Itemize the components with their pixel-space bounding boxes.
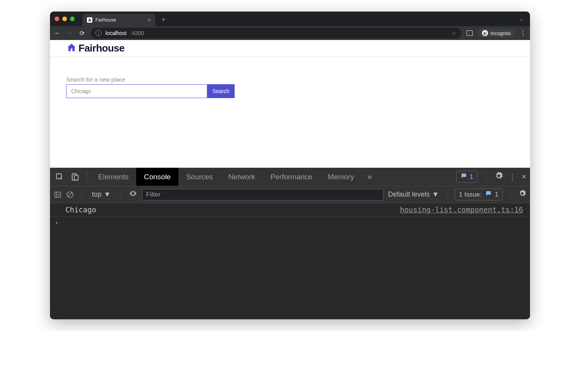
reload-button[interactable]: ⟳ bbox=[78, 30, 85, 37]
console-filter-input[interactable]: Filter bbox=[142, 189, 383, 200]
log-source-link[interactable]: housing-list.component.ts:16 bbox=[400, 205, 523, 214]
url-port: :4200 bbox=[130, 30, 144, 36]
page-viewport: Fairhouse Search for a new place Search bbox=[50, 40, 530, 168]
tab-title: Fairhouse bbox=[95, 17, 116, 23]
page-body: Search for a new place Search bbox=[50, 57, 530, 98]
execution-context-select[interactable]: top ▼ bbox=[90, 190, 113, 199]
tab-close-icon[interactable]: × bbox=[148, 17, 151, 23]
chevron-down-icon: ▼ bbox=[104, 190, 111, 199]
devtools-tabbar: Elements Console Sources Network Perform… bbox=[50, 168, 530, 186]
site-info-icon[interactable]: i bbox=[95, 30, 102, 36]
issues-count: 1 bbox=[495, 191, 498, 199]
issues-badge-count: 1 bbox=[470, 173, 473, 181]
browser-window: A Fairhouse × + ⌄ ← → ⟳ i localhost:4200… bbox=[50, 12, 530, 319]
browser-menu-icon[interactable]: ⋮ bbox=[520, 30, 526, 37]
more-tabs-icon[interactable]: » bbox=[362, 172, 377, 182]
log-levels-select[interactable]: Default levels ▼ bbox=[388, 190, 439, 199]
url-host: localhost bbox=[105, 30, 127, 36]
search-button[interactable]: Search bbox=[207, 84, 235, 98]
svg-rect-2 bbox=[74, 175, 78, 180]
console-log-row[interactable]: Chicago housing-list.component.ts:16 bbox=[50, 203, 530, 217]
tab-console[interactable]: Console bbox=[136, 168, 178, 186]
inspect-element-icon[interactable] bbox=[55, 173, 64, 181]
issues-label: 1 Issue: bbox=[459, 191, 482, 199]
tab-network[interactable]: Network bbox=[221, 168, 263, 186]
url-input[interactable]: i localhost:4200 ☆ bbox=[91, 28, 461, 38]
issues-counter[interactable]: 1 Issue: 1 bbox=[455, 188, 503, 200]
filter-placeholder: Filter bbox=[146, 191, 161, 199]
chat-icon bbox=[485, 190, 492, 199]
titlebar: A Fairhouse × + ⌄ bbox=[50, 12, 530, 26]
maximize-window-button[interactable] bbox=[70, 17, 75, 21]
tab-favicon: A bbox=[87, 17, 92, 23]
new-tab-button[interactable]: + bbox=[162, 16, 166, 24]
log-message: Chicago bbox=[65, 205, 400, 214]
chevron-down-icon: ▼ bbox=[432, 190, 439, 199]
svg-rect-3 bbox=[55, 192, 61, 197]
clear-console-icon[interactable] bbox=[66, 191, 74, 199]
tab-performance[interactable]: Performance bbox=[263, 168, 320, 186]
chat-icon bbox=[460, 172, 467, 181]
bookmark-icon[interactable]: ☆ bbox=[452, 30, 457, 36]
incognito-badge[interactable]: ◐ Incognito bbox=[478, 29, 515, 37]
devtools-settings-icon[interactable] bbox=[495, 172, 503, 182]
devtools-close-icon[interactable]: × bbox=[522, 172, 526, 181]
incognito-icon: ◐ bbox=[482, 30, 488, 36]
devtools-menu-icon[interactable]: ⋮ bbox=[508, 172, 516, 182]
tab-elements[interactable]: Elements bbox=[90, 168, 136, 186]
search-form: Search bbox=[66, 84, 530, 98]
minimize-window-button[interactable] bbox=[62, 17, 67, 21]
house-icon bbox=[66, 42, 77, 55]
search-label: Search for a new place bbox=[66, 76, 530, 83]
search-input[interactable] bbox=[66, 84, 207, 98]
browser-tab[interactable]: A Fairhouse × bbox=[82, 14, 155, 26]
incognito-label: Incognito bbox=[490, 30, 511, 36]
issues-badge[interactable]: 1 bbox=[456, 171, 477, 183]
forward-button: → bbox=[66, 30, 73, 37]
prompt-caret-icon: › bbox=[55, 219, 58, 227]
console-output: Chicago housing-list.component.ts:16 › bbox=[50, 203, 530, 319]
close-window-button[interactable] bbox=[55, 17, 59, 21]
levels-label: Default levels bbox=[388, 190, 430, 199]
console-settings-icon[interactable] bbox=[518, 190, 526, 199]
tab-memory[interactable]: Memory bbox=[320, 168, 362, 186]
brand-name: Fairhouse bbox=[78, 42, 125, 54]
side-panel-icon[interactable] bbox=[467, 30, 473, 36]
tab-sources[interactable]: Sources bbox=[178, 168, 221, 186]
page-header: Fairhouse bbox=[50, 40, 530, 57]
console-prompt[interactable]: › bbox=[50, 217, 530, 229]
address-bar: ← → ⟳ i localhost:4200 ☆ ◐ Incognito ⋮ bbox=[50, 26, 530, 40]
window-controls bbox=[55, 17, 75, 21]
console-toolbar: top ▼ Filter Default levels ▼ 1 Issue: 1 bbox=[50, 186, 530, 203]
context-label: top bbox=[92, 190, 102, 199]
back-button[interactable]: ← bbox=[54, 30, 61, 37]
console-sidebar-toggle-icon[interactable] bbox=[54, 191, 62, 199]
device-toolbar-icon[interactable] bbox=[71, 173, 79, 181]
live-expression-icon[interactable] bbox=[129, 189, 137, 200]
tabs-dropdown-icon[interactable]: ⌄ bbox=[519, 16, 524, 22]
devtools-panel: Elements Console Sources Network Perform… bbox=[50, 168, 530, 319]
